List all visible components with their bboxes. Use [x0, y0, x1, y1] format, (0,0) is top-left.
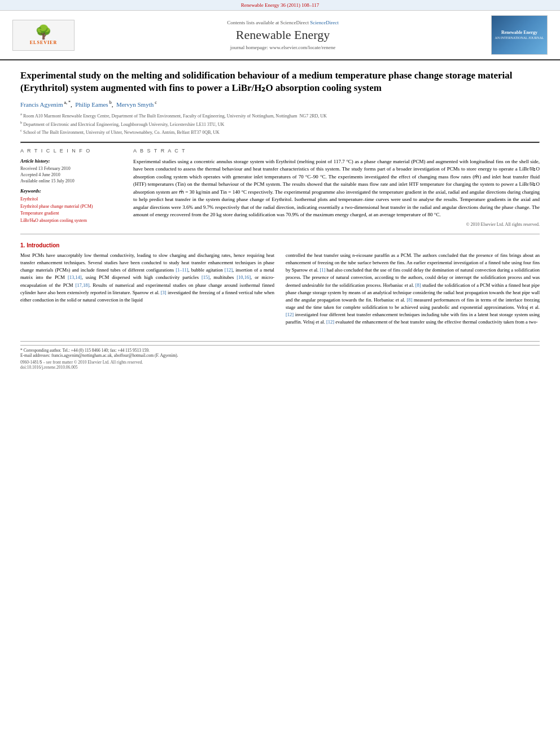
main-content: Experimental study on the melting and so…: [0, 60, 560, 379]
intro-right: controlled the heat transfer using n-eic…: [286, 252, 540, 330]
cite-12-a[interactable]: [12]: [286, 312, 294, 317]
page-footer: * Corresponding author. Tel.: +44 (0) 11…: [20, 341, 540, 370]
article-info-col: A R T I C L E I N F O Article history: R…: [20, 148, 122, 228]
intro-text-right: controlled the heat transfer using n-eic…: [286, 252, 540, 326]
abstract-heading: A B S T R A C T: [133, 148, 540, 154]
cite-1-sparrow[interactable]: [1]: [320, 267, 325, 273]
publisher-logo-area: 🌳 ELSEVIER: [7, 20, 80, 51]
info-abstract-section: A R T I C L E I N F O Article history: R…: [20, 148, 540, 228]
cite-8-a[interactable]: [8]: [415, 282, 421, 288]
author-3: Mervyn Smyth: [116, 101, 154, 108]
section-divider: [20, 234, 540, 234]
elsevier-logo: 🌳 ELSEVIER: [12, 20, 75, 51]
cite-12-b[interactable]: [12]: [326, 319, 334, 325]
intro-text-left: Most PCMs have unacceptably low thermal …: [20, 252, 274, 304]
keyword-3: Temperature gradient: [20, 210, 122, 217]
cite-13-14[interactable]: [13,14]: [68, 274, 82, 280]
affiliations: a Room A10 Marmont Renewable Energy Cent…: [20, 111, 540, 136]
received-date: Received 13 February 2010: [20, 166, 122, 171]
cover-title: Renewable Energy: [501, 30, 537, 35]
keyword-2: Erythritol phase change material (PCM): [20, 203, 122, 211]
keyword-1: Erythritol: [20, 196, 122, 203]
accepted-date: Accepted 4 June 2010: [20, 172, 122, 177]
journal-citation: Renewable Energy 36 (2011) 108–117: [0, 0, 560, 11]
cite-10-16[interactable]: [10,16]: [237, 274, 251, 280]
affiliation-c: c School of The Built Environment, Unive…: [20, 128, 540, 136]
article-history: Article history: Received 13 February 20…: [20, 158, 122, 184]
footnote-corresponding: * Corresponding author. Tel.: +44 (0) 11…: [20, 345, 540, 358]
keywords-label: Keywords:: [20, 188, 122, 194]
cite-8-b[interactable]: [8]: [406, 297, 412, 303]
sciencedirect-link[interactable]: ScienceDirect: [310, 20, 338, 25]
copyright: © 2010 Elsevier Ltd. All rights reserved…: [133, 221, 540, 228]
journal-cover-area: Renewable Energy AN INTERNATIONAL JOURNA…: [485, 15, 553, 55]
intro-columns: Most PCMs have unacceptably low thermal …: [20, 252, 540, 330]
article-info-heading: A R T I C L E I N F O: [20, 148, 122, 154]
sciencedirect-note: Contents lists available at ScienceDirec…: [86, 20, 480, 25]
abstract-text: Experimental studies using a concentric …: [133, 158, 540, 228]
abstract-body: Experimental studies using a concentric …: [133, 158, 540, 219]
journal-homepage: journal homepage: www.elsevier.com/locat…: [86, 45, 480, 50]
journal-cover: Renewable Energy AN INTERNATIONAL JOURNA…: [491, 15, 548, 55]
intro-heading: 1. Introduction: [20, 242, 540, 248]
abstract-col: A B S T R A C T Experimental studies usi…: [133, 148, 540, 228]
tree-icon: 🌳: [35, 25, 52, 39]
history-label: Article history:: [20, 158, 122, 164]
author-1: Francis Agyenim: [20, 101, 63, 108]
journal-title: Renewable Energy: [86, 28, 480, 42]
affiliation-b: b Department of Electronic and Electrica…: [20, 120, 540, 128]
cite-15[interactable]: [15]: [202, 274, 209, 280]
cover-subtitle: AN INTERNATIONAL JOURNAL: [495, 36, 544, 40]
doi-line: 0960-1481/$ – see front matter © 2010 El…: [20, 360, 540, 370]
cite-17-18[interactable]: [17,18]: [76, 282, 90, 288]
keywords-list: Erythritol Erythritol phase change mater…: [20, 196, 122, 225]
cite-1-11[interactable]: [1–11]: [176, 267, 188, 273]
author-2: Philip Eames: [75, 101, 108, 108]
affiliation-a: a Room A10 Marmont Renewable Energy Cent…: [20, 111, 540, 120]
journal-header: 🌳 ELSEVIER Contents lists available at S…: [0, 11, 560, 60]
keyword-4: LiBr/H₂O absorption cooling system: [20, 217, 122, 225]
article-title: Experimental study on the melting and so…: [20, 69, 540, 94]
intro-left: Most PCMs have unacceptably low thermal …: [20, 252, 274, 330]
journal-title-area: Contents lists available at ScienceDirec…: [80, 20, 485, 50]
available-date: Available online 15 July 2010: [20, 178, 122, 184]
header-divider: [20, 142, 540, 143]
authors-line: Francis Agyenim a, *, Philip Eames b, Me…: [20, 100, 540, 108]
cite-12[interactable]: [12]: [225, 267, 233, 273]
cite-3[interactable]: [3]: [161, 290, 167, 295]
citation-text: Renewable Energy 36 (2011) 108–117: [241, 2, 320, 8]
body-content: 1. Introduction Most PCMs have unaccepta…: [20, 242, 540, 330]
elsevier-wordmark: ELSEVIER: [30, 40, 57, 45]
